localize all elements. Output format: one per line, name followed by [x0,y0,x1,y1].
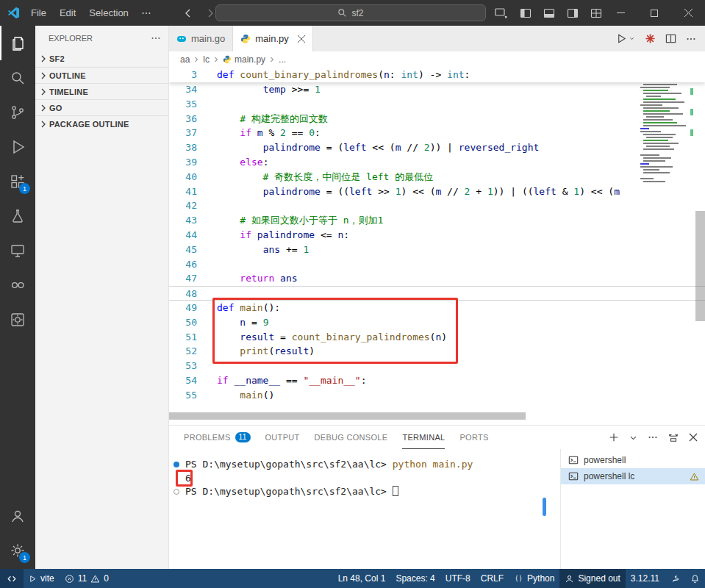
breadcrumb-item[interactable]: lc [203,54,210,65]
command-decoration-pending[interactable] [173,489,179,495]
tab-main-py[interactable]: main.py [233,26,313,51]
new-terminal-icon[interactable] [609,432,619,442]
code-line-43[interactable]: 43 # 如果回文数小于等于 n，则加1 [169,213,705,228]
code-line-46[interactable]: 46 [169,257,705,272]
code-line-44[interactable]: 44 if palindrome <= n: [169,228,705,243]
problems-summary[interactable]: 11 0 [60,569,114,588]
menu-selection[interactable]: Selection [82,0,135,26]
code-line-42[interactable]: 42 [169,198,705,213]
code-line-36[interactable]: 36 # 构建完整的回文数 [169,112,705,126]
horizontal-scrollbar[interactable] [169,412,526,420]
tab-problems[interactable]: PROBLEMS 11 [184,426,251,449]
sticky-scroll-line[interactable]: 3 def count_binary_palindromes(n: int) -… [169,68,705,82]
code-line-47[interactable]: 47 return ans [169,271,705,286]
split-editor-icon[interactable] [665,33,676,44]
tab-ports[interactable]: PORTS [459,426,488,449]
close-panel-icon[interactable] [689,433,698,442]
vertical-scrollbar[interactable] [695,211,705,321]
task-vite[interactable]: vite [24,569,60,588]
language-mode[interactable]: Python [509,569,559,588]
menu-overflow-icon[interactable] [135,8,157,18]
breadcrumb-item[interactable]: ... [279,54,286,65]
code-line-35[interactable]: 35 [169,97,705,112]
extension-action-icon[interactable] [645,33,656,44]
code-line-53[interactable]: 53 [169,359,705,373]
gitlens-icon[interactable] [0,268,35,302]
command-center-search[interactable]: sf2 [215,4,486,21]
tab-main-go[interactable]: main.go [169,26,233,51]
run-debug-icon[interactable] [0,129,35,164]
command-decoration-success[interactable] [173,462,179,467]
code-line-41[interactable]: 41 palindrome = ((left >> 1) << (m // 2 … [169,184,705,199]
remote-explorer-icon[interactable] [0,233,35,268]
remote-indicator[interactable] [0,569,24,588]
account-icon[interactable] [0,498,35,533]
code-line-49[interactable]: 49def main(): [169,301,705,315]
sidebar-section-sf2[interactable]: SF2 [35,51,168,67]
terminal-tab-powershell[interactable]: powershell [561,452,705,468]
tab-output[interactable]: OUTPUT [265,426,300,449]
source-control-icon[interactable] [0,95,35,129]
extensions-icon[interactable]: 1 [0,164,35,198]
close-window-button[interactable] [671,0,705,26]
sidebar-section-timeline[interactable]: TIMELINE [35,83,168,99]
editor-more-actions-icon[interactable] [686,34,696,44]
maximize-panel-icon[interactable] [668,432,679,442]
minimap[interactable] [639,68,695,288]
explorer-icon[interactable] [0,26,35,60]
code-line-55[interactable]: 55 main() [169,388,705,403]
code-line-40[interactable]: 40 # 奇数长度，中间位是 left 的最低位 [169,170,705,184]
menu-edit[interactable]: Edit [53,0,82,26]
terminal-dropdown-icon[interactable] [629,434,637,442]
code-line-37[interactable]: 37 if m % 2 == 0: [169,126,705,140]
code-line-45[interactable]: 45 ans += 1 [169,243,705,257]
code-line-50[interactable]: 50 n = 9 [169,315,705,330]
close-tab-icon[interactable] [298,35,305,43]
encoding[interactable]: UTF-8 [440,569,476,588]
maximize-button[interactable] [637,0,671,26]
code-editor[interactable]: 3 def count_binary_palindromes(n: int) -… [169,68,705,425]
sidebar-section-go[interactable]: GO [35,99,168,115]
sidebar-section-outline[interactable]: OUTLINE [35,67,168,83]
signed-out-status[interactable]: Signed out [559,569,625,588]
python-version[interactable]: 3.12.11 [626,569,665,588]
toggle-panel-icon[interactable] [543,7,555,19]
testing-icon[interactable] [0,198,35,233]
code-line-54[interactable]: 54if __name__ == "__main__": [169,373,705,388]
minimize-button[interactable] [604,0,637,26]
account-icon [565,574,574,584]
code-line-38[interactable]: 38 palindrome = (left << (m // 2)) | rev… [169,140,705,155]
open-remote-window-icon[interactable] [495,7,508,19]
menu-file[interactable]: File [24,0,53,26]
run-python-file-button[interactable] [616,33,635,44]
indentation[interactable]: Spaces: 4 [390,569,440,588]
back-arrow-icon[interactable] [182,7,194,19]
code-line-51[interactable]: 51 result = count_binary_palindromes(n) [169,330,705,345]
line-number: 49 [169,301,197,315]
cursor-position[interactable]: Ln 48, Col 1 [333,569,391,588]
breadcrumb-item[interactable]: aa [180,54,190,65]
code-line-39[interactable]: 39 else: [169,155,705,170]
customize-layout-icon[interactable] [590,7,602,19]
snake-icon[interactable] [665,569,685,588]
extension-tool-icon[interactable] [0,302,35,337]
eol-sequence[interactable]: CRLF [476,569,509,588]
settings-gear-icon[interactable]: 1 [0,533,35,567]
code-line-34[interactable]: 34 temp >>= 1 [169,82,705,97]
terminal-tab-powershell-lc[interactable]: powershell lc [561,468,705,484]
toggle-primary-sidebar-icon[interactable] [520,7,532,19]
code-line-52[interactable]: 52 print(result) [169,344,705,359]
notifications-bell-icon[interactable] [685,569,705,588]
terminal-scrollbar[interactable] [543,498,546,516]
code-line-48[interactable]: 48 [169,286,705,301]
search-sidebar-icon[interactable] [0,60,35,95]
panel-more-actions-icon[interactable] [648,432,658,442]
terminal[interactable]: PS D:\mysetup\gopath\src\sf2\aa\lc> pyth… [169,449,560,569]
toggle-secondary-sidebar-icon[interactable] [567,7,579,19]
tab-debug-console[interactable]: DEBUG CONSOLE [315,426,388,449]
forward-arrow-icon[interactable] [204,7,216,19]
sidebar-more-actions-icon[interactable] [151,33,161,43]
tab-terminal[interactable]: TERMINAL [402,426,445,449]
breadcrumb-item-file[interactable]: main.py [223,54,265,65]
sidebar-section-package-outline[interactable]: PACKAGE OUTLINE [35,115,168,132]
